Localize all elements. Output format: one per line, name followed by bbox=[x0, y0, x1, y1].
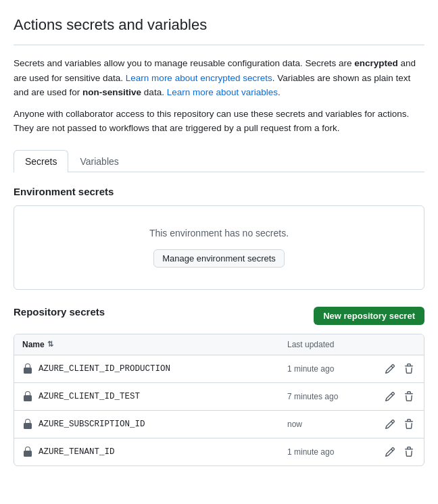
table-row: AZURE_CLIENT_ID_PRODUCTION 1 minute ago bbox=[14, 355, 424, 383]
page-title: Actions secrets and variables bbox=[14, 16, 424, 34]
env-secrets-box: This environment has no secrets. Manage … bbox=[14, 205, 424, 290]
new-repository-secret-button[interactable]: New repository secret bbox=[314, 307, 424, 325]
description-line2: Anyone with collaborator access to this … bbox=[14, 107, 424, 136]
lock-icon bbox=[22, 391, 33, 402]
repository-secrets-section: Repository secrets New repository secret… bbox=[14, 306, 424, 466]
divider bbox=[14, 45, 424, 45]
env-secrets-empty-message: This environment has no secrets. bbox=[25, 228, 413, 238]
tab-secrets[interactable]: Secrets bbox=[14, 150, 68, 172]
delete-icon[interactable] bbox=[402, 445, 416, 459]
secret-updated: now bbox=[287, 420, 375, 429]
edit-icon[interactable] bbox=[383, 418, 397, 431]
secret-name: AZURE_SUBSCRIPTION_ID bbox=[39, 420, 145, 429]
col-updated-header: Last updated bbox=[287, 340, 375, 349]
env-secrets-title: Environment secrets bbox=[14, 186, 424, 197]
secret-updated: 1 minute ago bbox=[287, 364, 375, 374]
secret-updated: 7 minutes ago bbox=[287, 392, 375, 401]
secret-actions bbox=[375, 445, 416, 459]
lock-icon bbox=[22, 419, 33, 430]
delete-icon[interactable] bbox=[402, 362, 416, 376]
delete-icon[interactable] bbox=[402, 390, 416, 403]
tab-variables[interactable]: Variables bbox=[68, 150, 130, 172]
description-line1: Secrets and variables allow you to manag… bbox=[14, 56, 424, 100]
lock-icon bbox=[22, 363, 33, 374]
encrypted-secrets-link[interactable]: Learn more about encrypted secrets bbox=[126, 73, 272, 83]
secrets-table: Name ⇅ Last updated AZURE_CLIENT_ID_PROD… bbox=[14, 334, 424, 466]
col-name-header: Name ⇅ bbox=[22, 340, 287, 349]
secret-name-col: AZURE_CLIENT_ID_PRODUCTION bbox=[22, 363, 287, 374]
tabs-container: Secrets Variables bbox=[14, 149, 424, 172]
delete-icon[interactable] bbox=[402, 418, 416, 431]
sort-icon[interactable]: ⇅ bbox=[47, 340, 53, 349]
secret-actions bbox=[375, 390, 416, 403]
edit-icon[interactable] bbox=[383, 445, 397, 459]
table-row: AZURE_CLIENT_ID_TEST 7 minutes ago bbox=[14, 383, 424, 411]
secret-actions bbox=[375, 362, 416, 376]
edit-icon[interactable] bbox=[383, 390, 397, 403]
secret-updated: 1 minute ago bbox=[287, 447, 375, 457]
secret-name: AZURE_TENANT_ID bbox=[39, 447, 115, 457]
edit-icon[interactable] bbox=[383, 362, 397, 376]
table-row: AZURE_SUBSCRIPTION_ID now bbox=[14, 411, 424, 438]
secret-name-col: AZURE_CLIENT_ID_TEST bbox=[22, 391, 287, 402]
lock-icon bbox=[22, 447, 33, 457]
manage-environment-secrets-button[interactable]: Manage environment secrets bbox=[153, 249, 285, 268]
environment-secrets-section: Environment secrets This environment has… bbox=[14, 186, 424, 290]
secret-name: AZURE_CLIENT_ID_TEST bbox=[39, 392, 140, 401]
secret-name-col: AZURE_SUBSCRIPTION_ID bbox=[22, 419, 287, 430]
secret-name: AZURE_CLIENT_ID_PRODUCTION bbox=[39, 364, 170, 374]
repo-secrets-title: Repository secrets bbox=[14, 306, 105, 318]
table-row: AZURE_TENANT_ID 1 minute ago bbox=[14, 438, 424, 465]
variables-link[interactable]: Learn more about variables bbox=[167, 87, 278, 97]
repo-secrets-header: Repository secrets New repository secret bbox=[14, 306, 424, 326]
table-header: Name ⇅ Last updated bbox=[14, 334, 424, 355]
secret-name-col: AZURE_TENANT_ID bbox=[22, 447, 287, 457]
secret-actions bbox=[375, 418, 416, 431]
